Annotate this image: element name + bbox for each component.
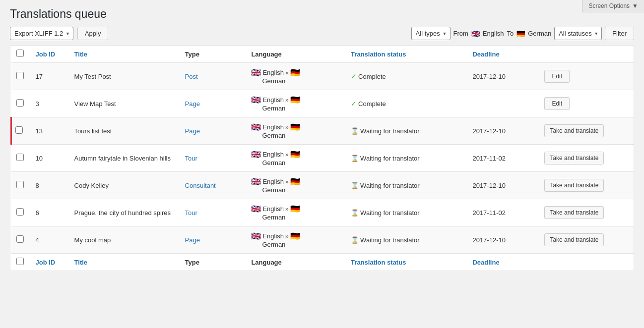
to-flag-icon: 🇩🇪 <box>516 30 525 38</box>
lang-arrow: » <box>285 206 289 213</box>
all-types-select[interactable]: All types <box>412 27 451 40</box>
from-flag: 🇬🇧 <box>251 177 261 186</box>
filter-button[interactable]: Filter <box>605 27 634 40</box>
header-translation-status[interactable]: Translation status <box>346 46 467 63</box>
row-action-cell[interactable]: Edit <box>539 63 634 90</box>
row-type[interactable]: Consultant <box>180 172 247 199</box>
header-deadline[interactable]: Deadline <box>467 46 539 63</box>
row-status: ⌛Waiting for translator <box>346 199 467 226</box>
row-action-cell[interactable]: Take and translate <box>539 226 634 254</box>
export-select-wrapper[interactable]: Export XLIFF 1.2 Export XLIFF 2.0 <box>10 27 73 40</box>
footer-action <box>539 254 634 271</box>
lang-arrow: » <box>285 233 289 240</box>
row-job-id: 17 <box>31 63 69 90</box>
row-action-cell[interactable]: Take and translate <box>539 145 634 172</box>
row-type-link[interactable]: Page <box>185 236 200 244</box>
row-checkbox[interactable] <box>16 208 24 216</box>
row-checkbox[interactable] <box>16 154 24 161</box>
take-translate-button[interactable]: Take and translate <box>544 152 604 164</box>
lang-arrow: » <box>285 97 289 104</box>
select-all-footer[interactable] <box>11 254 31 271</box>
row-type-link[interactable]: Consultant <box>185 182 216 189</box>
row-type-link[interactable]: Tour <box>185 209 197 217</box>
row-action-cell[interactable]: Edit <box>539 90 634 117</box>
table-row: 6Prague, the city of hundred spiresTour🇬… <box>11 199 634 226</box>
select-all-header[interactable] <box>11 46 31 63</box>
row-checkbox[interactable] <box>16 99 24 107</box>
footer-translation-status[interactable]: Translation status <box>346 254 467 271</box>
row-job-id: 8 <box>31 172 69 199</box>
row-checkbox[interactable] <box>16 181 24 188</box>
footer-deadline[interactable]: Deadline <box>467 254 539 271</box>
status-label: Waiting for translator <box>360 182 419 189</box>
to-flag: 🇩🇪 <box>290 122 300 132</box>
table-row: 17My Test PostPost🇬🇧English»🇩🇪German✓Com… <box>11 63 634 90</box>
toolbar: Export XLIFF 1.2 Export XLIFF 2.0 Apply … <box>10 27 634 40</box>
all-statuses-select[interactable]: All statuses <box>555 27 602 40</box>
export-select[interactable]: Export XLIFF 1.2 Export XLIFF 2.0 <box>10 27 73 40</box>
row-type[interactable]: Tour <box>180 199 247 226</box>
header-title[interactable]: Title <box>69 46 180 63</box>
row-job-id: 6 <box>31 199 69 226</box>
apply-button[interactable]: Apply <box>77 27 109 40</box>
to-flag: 🇩🇪 <box>290 68 300 77</box>
edit-button[interactable]: Edit <box>544 97 570 110</box>
row-action-cell[interactable]: Take and translate <box>539 117 634 145</box>
row-type[interactable]: Post <box>180 63 247 90</box>
from-flag: 🇬🇧 <box>251 150 261 159</box>
row-title: Cody Kelley <box>69 172 180 199</box>
row-type[interactable]: Page <box>180 90 247 117</box>
header-type: Type <box>180 46 247 63</box>
from-lang-text: English <box>262 178 284 185</box>
row-checkbox-cell[interactable] <box>11 172 31 199</box>
row-checkbox-cell[interactable] <box>11 145 31 172</box>
row-title: Prague, the city of hundred spires <box>69 199 180 226</box>
row-checkbox-cell[interactable] <box>11 226 31 254</box>
row-language: 🇬🇧English»🇩🇪German <box>246 63 346 90</box>
take-translate-button[interactable]: Take and translate <box>544 233 604 246</box>
from-flag: 🇬🇧 <box>251 122 261 132</box>
screen-options-button[interactable]: Screen Options ▼ <box>582 0 644 12</box>
row-type[interactable]: Page <box>180 117 247 145</box>
table-row: 8Cody KelleyConsultant🇬🇧English»🇩🇪German… <box>11 172 634 199</box>
row-type[interactable]: Page <box>180 226 247 254</box>
row-type-link[interactable]: Tour <box>185 155 197 162</box>
from-flag: 🇬🇧 <box>251 231 261 241</box>
row-checkbox-cell[interactable] <box>11 90 31 117</box>
chevron-down-icon: ▼ <box>632 2 638 9</box>
to-lang-text: German <box>251 105 341 112</box>
take-translate-button[interactable]: Take and translate <box>544 124 604 137</box>
row-checkbox-cell[interactable] <box>11 199 31 226</box>
row-type-link[interactable]: Page <box>185 100 200 108</box>
row-checkbox-cell[interactable] <box>11 63 31 90</box>
take-translate-button[interactable]: Take and translate <box>544 179 604 192</box>
select-all-footer-checkbox[interactable] <box>16 258 24 265</box>
footer-language: Language <box>246 254 346 271</box>
footer-job-id[interactable]: Job ID <box>31 254 69 271</box>
all-statuses-select-wrapper[interactable]: All statuses <box>554 27 602 40</box>
from-lang-text: English <box>262 69 284 76</box>
take-translate-button[interactable]: Take and translate <box>544 206 604 219</box>
status-label: Waiting for translator <box>360 155 419 162</box>
footer-title[interactable]: Title <box>69 254 180 271</box>
row-action-cell[interactable]: Take and translate <box>539 172 634 199</box>
lang-arrow: » <box>285 69 289 76</box>
select-all-checkbox[interactable] <box>16 50 24 57</box>
from-lang-text: English <box>262 232 284 240</box>
to-lang-text: German <box>251 132 341 139</box>
status-label: Complete <box>358 73 386 80</box>
to-lang-text: German <box>251 214 341 221</box>
all-types-select-wrapper[interactable]: All types <box>411 27 451 40</box>
row-checkbox-cell[interactable] <box>11 117 31 145</box>
edit-button[interactable]: Edit <box>544 70 570 83</box>
row-title: My cool map <box>69 226 180 254</box>
row-type-link[interactable]: Page <box>185 127 200 135</box>
row-checkbox[interactable] <box>15 126 23 134</box>
row-type-link[interactable]: Post <box>185 73 198 80</box>
table-row: 10Autumn fairytale in Slovenian hillsTou… <box>11 145 634 172</box>
row-type[interactable]: Tour <box>180 145 247 172</box>
header-job-id[interactable]: Job ID <box>31 46 69 63</box>
row-checkbox[interactable] <box>16 72 24 79</box>
row-action-cell[interactable]: Take and translate <box>539 199 634 226</box>
row-checkbox[interactable] <box>16 235 24 243</box>
